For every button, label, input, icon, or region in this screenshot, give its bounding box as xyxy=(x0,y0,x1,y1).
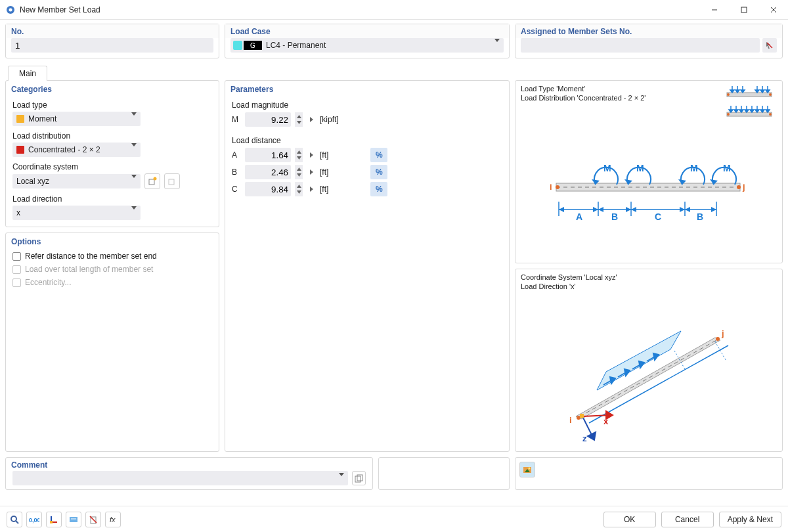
assigned-input[interactable] xyxy=(521,38,760,53)
distance-c-percent-button[interactable]: % xyxy=(370,182,387,196)
preview-thumb-button[interactable] xyxy=(519,462,535,477)
magnitude-input[interactable] xyxy=(245,112,291,127)
distance-a-percent-button[interactable]: % xyxy=(370,148,387,162)
cancel-button[interactable]: Cancel xyxy=(661,512,714,527)
footer-search-button[interactable] xyxy=(7,512,22,527)
comment-library-button[interactable] xyxy=(352,471,366,485)
diagram1-svg: i j M M xyxy=(518,144,774,262)
tabbar: Main xyxy=(5,65,783,80)
load-direction-label: Load direction xyxy=(12,194,212,204)
footer-delete-button[interactable] xyxy=(85,512,101,527)
svg-point-90 xyxy=(716,337,720,341)
footer-display-button[interactable] xyxy=(66,512,81,527)
svg-point-54 xyxy=(556,185,559,189)
svg-marker-49 xyxy=(760,110,764,112)
svg-marker-82 xyxy=(711,207,716,212)
svg-marker-30 xyxy=(760,90,764,93)
diagram2-svg: i j xyxy=(518,292,774,443)
distance-a-input[interactable] xyxy=(245,148,291,162)
svg-marker-28 xyxy=(755,90,759,93)
footer-axes-button[interactable] xyxy=(46,512,62,527)
comment-select[interactable] xyxy=(12,471,348,485)
distance-b-go-icon[interactable] xyxy=(307,165,316,179)
svg-point-35 xyxy=(769,113,772,116)
chevron-down-icon xyxy=(494,42,500,51)
svg-marker-79 xyxy=(631,207,636,212)
svg-text:M: M xyxy=(690,163,698,173)
close-button[interactable] xyxy=(758,0,788,20)
load-distribution-value: Concentrated - 2 × 2 xyxy=(28,145,100,154)
distance-c-go-icon[interactable] xyxy=(307,182,316,196)
distance-c-spinner[interactable] xyxy=(295,182,303,196)
edit-coord-system-button[interactable] xyxy=(164,173,180,189)
new-coord-system-button[interactable] xyxy=(144,173,160,189)
svg-point-8 xyxy=(154,177,157,181)
distance-b-input[interactable] xyxy=(245,165,291,179)
panel-assigned-title: Assigned to Member Sets No. xyxy=(515,24,782,38)
magnitude-spinner[interactable] xyxy=(295,112,303,127)
distance-b-percent-button[interactable]: % xyxy=(370,165,387,179)
svg-marker-17 xyxy=(297,190,301,194)
svg-marker-77 xyxy=(598,207,603,212)
coord-system-select[interactable]: Local xyz xyxy=(12,174,141,188)
panel-assigned: Assigned to Member Sets No. xyxy=(515,24,783,58)
chevron-down-icon xyxy=(131,178,137,187)
load-type-select[interactable]: Moment xyxy=(12,112,141,126)
app-icon xyxy=(5,5,16,15)
apply-next-button[interactable]: Apply & Next xyxy=(719,512,781,527)
svg-marker-14 xyxy=(297,167,301,171)
ok-button[interactable]: OK xyxy=(603,512,656,527)
distance-c-input[interactable] xyxy=(245,182,291,196)
svg-marker-10 xyxy=(297,115,301,118)
footer-formula-button[interactable]: fx xyxy=(105,512,121,527)
panel-loadcase: Load Case G LC4 - Permanent xyxy=(225,24,510,58)
svg-marker-76 xyxy=(593,207,598,212)
load-type-swatch xyxy=(16,115,24,123)
svg-rect-111 xyxy=(580,414,584,418)
svg-rect-7 xyxy=(149,179,154,185)
checkbox-refer-end[interactable] xyxy=(12,252,21,261)
window-title: New Member Set Load xyxy=(20,5,699,14)
svg-marker-13 xyxy=(297,156,301,160)
coord-system-label: Coordinate system xyxy=(12,162,212,171)
load-distribution-select[interactable]: Concentrated - 2 × 2 xyxy=(12,143,141,157)
minimize-button[interactable] xyxy=(699,0,729,20)
svg-rect-52 xyxy=(556,183,740,191)
magnitude-go-icon[interactable] xyxy=(307,112,316,127)
number-input[interactable] xyxy=(11,38,213,53)
svg-marker-43 xyxy=(745,110,749,112)
svg-marker-81 xyxy=(685,207,690,212)
distance-c-unit: [ft] xyxy=(320,185,328,194)
distance-a-go-icon[interactable] xyxy=(307,148,316,162)
svg-marker-51 xyxy=(766,110,770,112)
panel-number-title: No. xyxy=(6,24,219,38)
tab-main[interactable]: Main xyxy=(8,66,47,81)
diagram-load-type: Load Type 'Moment' Load Distribution 'Co… xyxy=(515,80,783,263)
distance-a-spinner[interactable] xyxy=(295,148,303,162)
svg-marker-15 xyxy=(297,173,301,177)
load-direction-select[interactable]: x xyxy=(12,206,141,220)
parameters-title: Parameters xyxy=(225,81,509,94)
svg-text:j: j xyxy=(721,328,724,338)
load-distribution-label: Load distribution xyxy=(12,131,212,141)
loadcase-select[interactable]: G LC4 - Permanent xyxy=(230,38,504,53)
panel-categories: Categories Load type Moment Load distrib… xyxy=(5,80,219,227)
load-type-label: Load type xyxy=(12,100,212,110)
footer-units-button[interactable]: 0,00 xyxy=(26,512,42,527)
svg-rect-113 xyxy=(357,475,362,481)
maximize-button[interactable] xyxy=(729,0,758,20)
pick-members-button[interactable] xyxy=(762,38,777,53)
svg-marker-97 xyxy=(624,369,630,376)
svg-line-104 xyxy=(715,342,726,360)
svg-line-118 xyxy=(16,521,18,523)
load-distance-label: Load distance xyxy=(232,136,502,145)
chevron-down-icon xyxy=(131,146,137,156)
svg-point-55 xyxy=(737,185,741,189)
distance-b-spinner[interactable] xyxy=(295,165,303,179)
panel-preview-thumb xyxy=(515,457,783,490)
svg-rect-112 xyxy=(355,476,361,482)
svg-text:x: x xyxy=(603,416,609,426)
svg-point-19 xyxy=(727,93,730,96)
panel-parameters: Parameters Load magnitude M [kipft] Load… xyxy=(225,80,510,452)
svg-marker-75 xyxy=(559,207,564,212)
